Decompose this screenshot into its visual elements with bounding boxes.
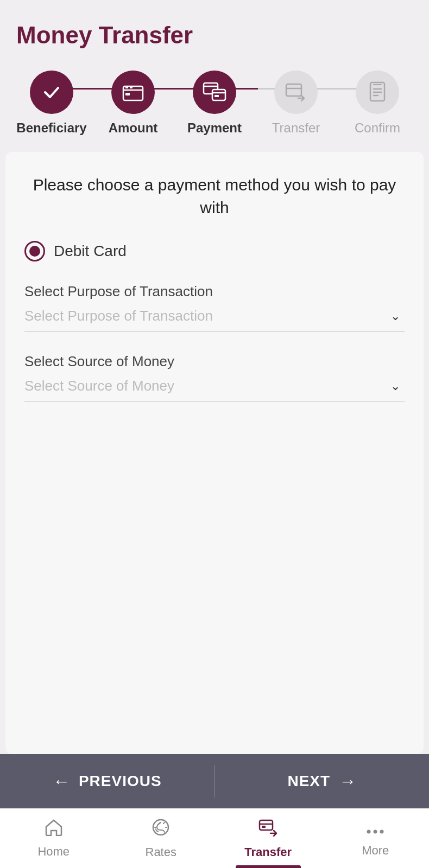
tab-bar: Home Rates Transfer	[0, 808, 429, 868]
next-label: NEXT	[287, 773, 330, 790]
step-label-amount: Amount	[109, 120, 158, 136]
debit-card-option[interactable]: Debit Card	[24, 241, 405, 261]
debit-card-label: Debit Card	[54, 242, 127, 260]
tab-more[interactable]: More	[322, 809, 430, 868]
step-label-confirm: Confirm	[355, 120, 400, 136]
step-icon-payment	[193, 71, 236, 114]
svg-rect-2	[125, 86, 128, 88]
step-label-transfer: Transfer	[272, 120, 320, 136]
step-amount: Amount	[98, 71, 168, 136]
step-icon-amount	[111, 71, 155, 114]
more-icon	[365, 819, 385, 839]
svg-rect-6	[214, 95, 219, 97]
tab-transfer[interactable]: Transfer	[214, 809, 322, 868]
step-icon-confirm	[356, 71, 399, 114]
step-icon-transfer	[274, 71, 318, 114]
source-field-label: Select Source of Money	[24, 353, 405, 370]
next-button[interactable]: NEXT →	[215, 754, 430, 808]
tab-transfer-label: Transfer	[244, 845, 292, 859]
step-confirm: Confirm	[342, 71, 413, 136]
payment-instruction: Please choose a payment method you wish …	[24, 174, 405, 219]
step-transfer: Transfer	[261, 71, 331, 136]
debit-card-radio[interactable]	[24, 241, 45, 261]
svg-rect-3	[130, 86, 133, 88]
next-arrow-icon: →	[339, 771, 356, 792]
purpose-dropdown[interactable]: Select Purpose of Transaction ⌄	[24, 308, 405, 331]
tab-home[interactable]: Home	[0, 809, 108, 868]
source-placeholder: Select Source of Money	[24, 378, 405, 394]
tab-rates[interactable]: Rates	[108, 809, 215, 868]
tab-active-indicator	[236, 865, 301, 868]
svg-rect-7	[286, 84, 301, 96]
purpose-field-label: Select Purpose of Transaction	[24, 283, 405, 300]
previous-label: PREVIOUS	[79, 773, 162, 790]
main-card: Please choose a payment method you wish …	[5, 152, 424, 754]
tab-rates-label: Rates	[146, 845, 176, 859]
header: Money Transfer	[0, 0, 429, 60]
source-dropdown[interactable]: Select Source of Money ⌄	[24, 378, 405, 401]
home-icon	[45, 819, 63, 840]
svg-point-13	[374, 830, 377, 834]
step-beneficiary: Beneficiary	[16, 71, 87, 136]
svg-point-14	[380, 830, 384, 834]
purpose-field-group: Select Purpose of Transaction Select Pur…	[24, 283, 405, 331]
step-label-beneficiary: Beneficiary	[16, 120, 86, 136]
purpose-chevron-icon: ⌄	[390, 309, 400, 323]
step-icon-beneficiary	[30, 71, 73, 114]
tab-home-label: Home	[37, 845, 70, 859]
svg-rect-10	[260, 820, 273, 830]
previous-button[interactable]: ← PREVIOUS	[0, 754, 214, 808]
svg-rect-11	[262, 826, 266, 828]
radio-inner	[29, 246, 40, 257]
nav-buttons: ← PREVIOUS NEXT →	[0, 754, 429, 808]
page-title: Money Transfer	[16, 22, 413, 49]
purpose-placeholder: Select Purpose of Transaction	[24, 308, 405, 324]
source-field-group: Select Source of Money Select Source of …	[24, 353, 405, 401]
step-payment: Payment	[179, 71, 250, 136]
svg-rect-5	[212, 90, 225, 100]
tab-more-label: More	[362, 844, 389, 858]
source-chevron-icon: ⌄	[390, 379, 400, 393]
rates-icon	[152, 818, 170, 841]
transfer-icon	[258, 818, 278, 841]
svg-point-12	[367, 830, 371, 834]
svg-rect-1	[125, 93, 130, 95]
step-label-payment: Payment	[187, 120, 242, 136]
previous-arrow-icon: ←	[53, 771, 70, 792]
stepper: Beneficiary Amount Payment	[0, 60, 429, 152]
